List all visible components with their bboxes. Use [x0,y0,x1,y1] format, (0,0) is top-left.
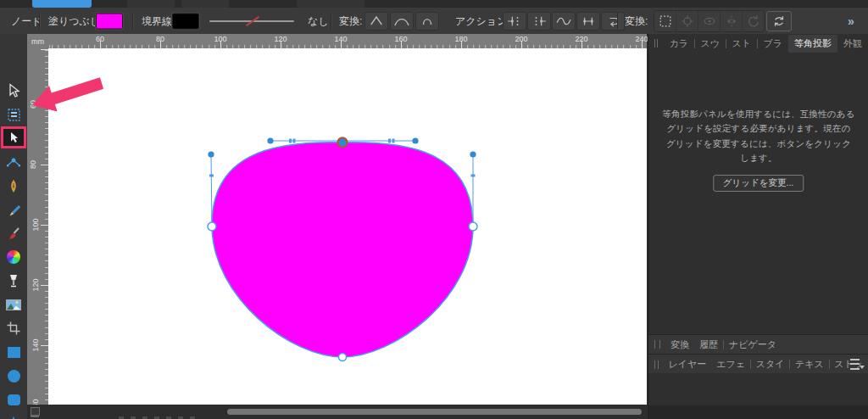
tab-brushes[interactable]: ブラ [757,35,788,53]
crop-tool[interactable] [4,319,23,338]
rounded-rectangle-icon [8,394,20,405]
fill-label: 塗りつぶし: [48,14,103,28]
fill-color-swatch[interactable] [96,13,123,29]
panel-drag-handle-icon[interactable] [654,39,658,47]
tab-layers[interactable]: レイヤー [664,355,712,373]
ellipse-tool[interactable] [4,366,23,385]
star-icon [6,416,21,419]
studio-panel: カラ スウ スト ブラ 等角投影 外観 等角投影パネルを使用するには、互換性のあ… [648,34,868,419]
ruler-label: 180 [454,35,467,43]
image-icon [6,299,21,310]
star-tool[interactable] [4,414,23,419]
egg-shape[interactable] [212,142,473,357]
fill-tool[interactable] [4,271,23,290]
ruler-label: 200 [515,35,527,43]
transform-origin-button[interactable] [676,11,698,31]
panel-menu-icon[interactable] [850,359,860,370]
tab-navigator[interactable]: ナビゲータ [724,336,782,354]
artboard-icon [7,108,21,122]
context-toolbar: ノード 塗りつぶし: 境界線: なし 変換: アクション: [0,8,868,35]
horizontal-scrollbar-thumb[interactable] [227,409,642,415]
bottom-node[interactable] [339,354,347,361]
top-node-selected[interactable] [338,138,348,148]
action-break-curve-button[interactable] [503,12,526,31]
smooth-curve-icon [394,15,409,26]
left-node[interactable] [208,222,216,231]
ruler-major-ticks [48,41,647,48]
horizontal-ruler[interactable]: 60 80 100 120 140 160 180 200 220 240 [48,34,647,48]
dock-tab-row-2: レイヤー エフェ スタイ テキス ストッ [648,354,868,374]
ruler-label: 80 [156,35,164,43]
right-node[interactable] [469,222,477,231]
vector-brush-tool[interactable] [4,224,23,243]
scrollbar-corner-icon[interactable] [31,407,40,416]
toolbar-button-fragment [297,0,364,8]
tab-isometric-active[interactable]: 等角投影 [788,35,837,53]
node-tool-selected[interactable] [1,126,26,148]
tab-effects[interactable]: エフェ [711,355,750,373]
sharp-corner-icon [369,15,384,26]
rounded-rectangle-tool[interactable] [4,390,23,409]
panel-drag-handle-icon[interactable] [654,360,659,369]
tab-stroke[interactable]: スト [726,35,757,53]
panel-tab-bar: カラ スウ スト ブラ 等角投影 外観 [648,34,868,53]
toolbar-separator [617,13,619,29]
pen-nib-icon [8,179,19,193]
ruler-label: 140 [334,35,347,43]
tab-styles[interactable]: スタイ [751,355,790,373]
toolbar-overflow-chevron[interactable]: » [848,14,854,28]
tab-swatches[interactable]: スウ [694,35,726,53]
pencil-tool[interactable] [4,200,23,219]
ruler-label: 100 [31,218,40,231]
scrollbar-corner-icon [31,416,39,417]
stroke-color-swatch[interactable] [172,13,199,29]
tab-text-styles[interactable]: テキス [790,355,829,373]
convert-smooth-button[interactable] [390,12,414,31]
panel-drag-handle-icon[interactable] [654,340,660,349]
rectangle-icon [8,347,20,358]
tools-panel: A [0,34,27,419]
tab-transform[interactable]: 変換 [665,336,694,354]
horizontal-scrollbar[interactable] [27,405,647,419]
transform-marquee-button[interactable] [654,11,676,31]
toolbar-separator [132,13,134,29]
layers-panel-empty-area[interactable] [648,373,868,405]
crop-icon [7,321,20,335]
transform-label: 変換: [625,14,648,28]
action-reverse-curve-button[interactable] [601,12,625,31]
artboard-tool[interactable] [4,105,23,124]
transform-mirror-button[interactable] [721,11,743,31]
action-close-curve-button[interactable] [527,12,551,31]
toolbar-button-fragment [181,0,229,8]
change-grid-button[interactable]: グリッドを変更... [713,175,804,192]
color-wheel-icon [7,250,20,264]
ruler-label: 240 [635,35,648,43]
break-curve-icon [506,15,523,27]
cycle-arrows-icon [772,14,786,28]
ruler-unit-label: mm [31,37,44,46]
tab-color[interactable]: カラ [663,35,694,53]
convert-sharp-button[interactable] [364,12,388,31]
cycle-selection-box-button[interactable] [766,11,792,31]
active-persona-tab-fragment[interactable] [32,0,92,8]
color-wheel-tool[interactable] [4,248,23,266]
action-join-curves-button[interactable] [576,12,600,31]
tab-stock[interactable]: ストッ [829,355,868,373]
panel-bottom-strip [648,405,868,419]
pen-tool[interactable] [4,176,23,195]
transform-rotate-button[interactable] [743,11,764,31]
stroke-width-slider[interactable] [209,14,294,29]
stroke-style-value: なし [308,14,329,28]
rectangle-tool[interactable] [4,343,23,361]
tab-appearance[interactable]: 外観 [837,35,868,53]
ruler-label: 120 [31,278,40,291]
fill-glass-icon [8,274,19,288]
action-smooth-curve-button[interactable] [552,12,576,31]
pen-node-tool[interactable] [4,153,23,171]
convert-smart-button[interactable] [415,12,439,31]
tab-history[interactable]: 履歴 [694,336,723,354]
transform-preview-eye-button[interactable] [698,11,721,31]
move-tool[interactable] [4,81,23,100]
convert-label: 変換: [339,14,362,28]
image-place-tool[interactable] [4,295,23,314]
